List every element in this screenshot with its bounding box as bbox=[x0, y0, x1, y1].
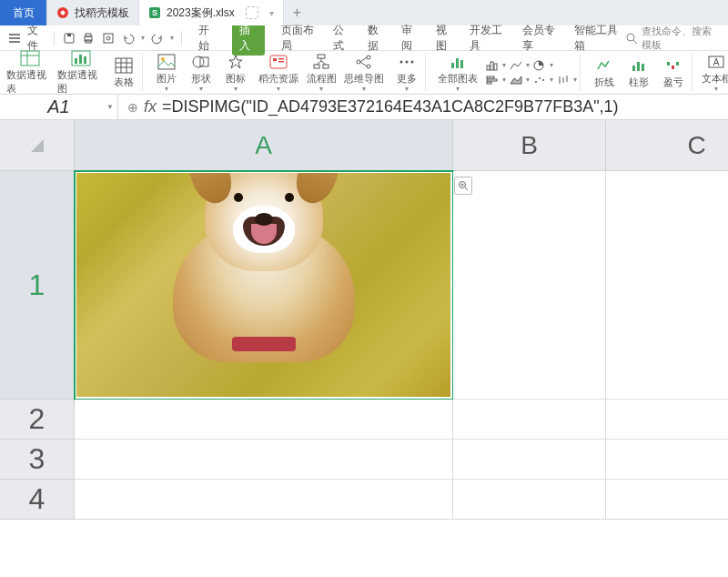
svg-text:S: S bbox=[152, 8, 157, 17]
template-tab[interactable]: 找稻壳模板 bbox=[47, 0, 139, 25]
sparkline-line-icon bbox=[594, 56, 614, 75]
col-header-b[interactable]: B bbox=[453, 120, 606, 171]
home-tab[interactable]: 首页 bbox=[0, 0, 47, 25]
svg-rect-34 bbox=[323, 65, 329, 68]
tab-ghost-icon[interactable] bbox=[246, 6, 258, 19]
name-box-value: A1 bbox=[47, 96, 69, 117]
tab-member[interactable]: 会员专享 bbox=[522, 23, 558, 54]
image-zoom-button[interactable] bbox=[454, 177, 472, 195]
name-box[interactable]: A1 ▼ bbox=[0, 95, 118, 119]
col-header-c[interactable]: C bbox=[606, 120, 728, 171]
cell-b4[interactable] bbox=[453, 480, 606, 520]
zoom-icon[interactable]: ⊕ bbox=[127, 100, 138, 115]
print-preview-icon[interactable] bbox=[101, 30, 116, 46]
cell-a2[interactable] bbox=[75, 400, 453, 440]
all-charts-button[interactable]: 全部图表▾ bbox=[434, 53, 481, 93]
insert-picture-button[interactable]: 图片▾ bbox=[151, 53, 182, 93]
line-chart-icon[interactable] bbox=[509, 59, 523, 72]
col-header-a[interactable]: A bbox=[75, 120, 453, 171]
row-header-1[interactable]: 1 bbox=[0, 171, 75, 400]
print-icon[interactable] bbox=[82, 30, 96, 46]
mindmap-label: 思维导图 bbox=[344, 72, 384, 86]
sparkline-col-button[interactable]: 柱形 bbox=[623, 56, 654, 89]
search-placeholder[interactable]: 查找命令、搜索模板 bbox=[642, 25, 721, 52]
select-all-corner[interactable] bbox=[0, 120, 75, 171]
docer-button[interactable]: 稻壳资源▾ bbox=[255, 53, 302, 93]
pivot-chart-icon bbox=[71, 49, 91, 67]
tab-layout[interactable]: 页面布局 bbox=[281, 23, 317, 54]
search-icon[interactable] bbox=[624, 30, 639, 46]
col-chart-icon[interactable] bbox=[485, 59, 500, 72]
row-header-3[interactable]: 3 bbox=[0, 440, 75, 480]
tab-review[interactable]: 审阅 bbox=[401, 23, 420, 54]
shape-icon bbox=[191, 53, 211, 71]
tab-toolbox[interactable]: 智能工具箱 bbox=[574, 23, 619, 54]
insert-shape-label: 形状 bbox=[191, 72, 211, 86]
svg-rect-8 bbox=[104, 34, 113, 43]
docer-icon bbox=[56, 6, 69, 19]
insert-table-button[interactable]: 表格 bbox=[108, 56, 139, 89]
chevron-down-icon[interactable]: ▾ bbox=[269, 8, 274, 18]
cell-a3[interactable] bbox=[75, 440, 453, 480]
tab-insert[interactable]: 插入 bbox=[232, 21, 265, 56]
spreadsheet-grid: A B C 1 bbox=[0, 120, 728, 520]
textbox-button[interactable]: A 文本框▾ bbox=[701, 53, 728, 93]
pivot-table-button[interactable]: 数据透视表 bbox=[6, 49, 54, 96]
svg-line-75 bbox=[465, 187, 468, 190]
svg-rect-49 bbox=[487, 66, 490, 70]
tab-formula[interactable]: 公式 bbox=[333, 23, 351, 54]
save-icon[interactable] bbox=[62, 30, 76, 46]
cell-c2[interactable] bbox=[606, 400, 728, 440]
row-header-4[interactable]: 4 bbox=[0, 480, 75, 520]
tab-start[interactable]: 开始 bbox=[198, 23, 217, 54]
insert-shape-button[interactable]: 形状▾ bbox=[186, 53, 217, 93]
svg-line-42 bbox=[360, 62, 367, 66]
tab-view[interactable]: 视图 bbox=[436, 23, 454, 54]
app-menu-icon[interactable] bbox=[7, 30, 22, 46]
cell-c3[interactable] bbox=[606, 440, 728, 480]
flowchart-button[interactable]: 流程图▾ bbox=[306, 53, 337, 93]
undo-icon[interactable] bbox=[121, 30, 136, 46]
cell-a4[interactable] bbox=[75, 480, 453, 520]
mindmap-button[interactable]: 思维导图▾ bbox=[340, 53, 388, 93]
sparkline-line-button[interactable]: 折线 bbox=[589, 56, 620, 89]
bar-chart-icon[interactable] bbox=[485, 74, 500, 86]
redo-icon[interactable] bbox=[150, 30, 165, 46]
svg-rect-50 bbox=[490, 62, 493, 70]
svg-rect-51 bbox=[494, 64, 497, 70]
fx-icon[interactable]: fx bbox=[144, 97, 157, 116]
tab-data[interactable]: 数据 bbox=[368, 23, 386, 54]
stock-chart-icon[interactable] bbox=[556, 74, 571, 86]
insert-icon-button[interactable]: 图标▾ bbox=[220, 53, 251, 93]
svg-rect-55 bbox=[487, 82, 491, 84]
pivot-chart-button[interactable]: 数据透视图 bbox=[57, 49, 105, 96]
svg-rect-24 bbox=[158, 55, 175, 69]
svg-point-57 bbox=[539, 77, 541, 79]
formula-input[interactable]: =DISPIMG("ID_AD4793E372164E43A1CA8C2F9B7… bbox=[162, 97, 619, 116]
cell-c4[interactable] bbox=[606, 480, 728, 520]
svg-point-44 bbox=[406, 60, 409, 63]
scatter-chart-icon[interactable] bbox=[532, 74, 547, 86]
tab-dev[interactable]: 开发工具 bbox=[470, 23, 505, 54]
cell-c1[interactable] bbox=[606, 171, 728, 400]
svg-line-11 bbox=[633, 40, 637, 44]
svg-rect-53 bbox=[487, 76, 494, 78]
row-header-2[interactable]: 2 bbox=[0, 400, 75, 440]
cell-b2[interactable] bbox=[453, 400, 606, 440]
more-insert-button[interactable]: 更多▾ bbox=[391, 53, 422, 93]
cell-a1[interactable] bbox=[75, 171, 453, 400]
pie-chart-icon[interactable] bbox=[532, 59, 547, 72]
sparkline-winloss-button[interactable]: 盈亏 bbox=[658, 56, 689, 89]
chevron-down-icon[interactable]: ▼ bbox=[106, 103, 114, 111]
home-tab-label: 首页 bbox=[13, 5, 35, 21]
file-tab[interactable]: S 2023案例.xlsx ▾ bbox=[139, 0, 284, 25]
cell-b1[interactable] bbox=[453, 171, 606, 400]
flowchart-icon bbox=[311, 53, 331, 71]
cell-b3[interactable] bbox=[453, 440, 606, 480]
svg-rect-67 bbox=[676, 62, 679, 66]
svg-rect-29 bbox=[273, 58, 277, 61]
area-chart-icon[interactable] bbox=[509, 74, 523, 86]
docer-label: 稻壳资源 bbox=[258, 72, 298, 86]
svg-rect-64 bbox=[642, 64, 644, 71]
svg-rect-46 bbox=[451, 63, 454, 68]
